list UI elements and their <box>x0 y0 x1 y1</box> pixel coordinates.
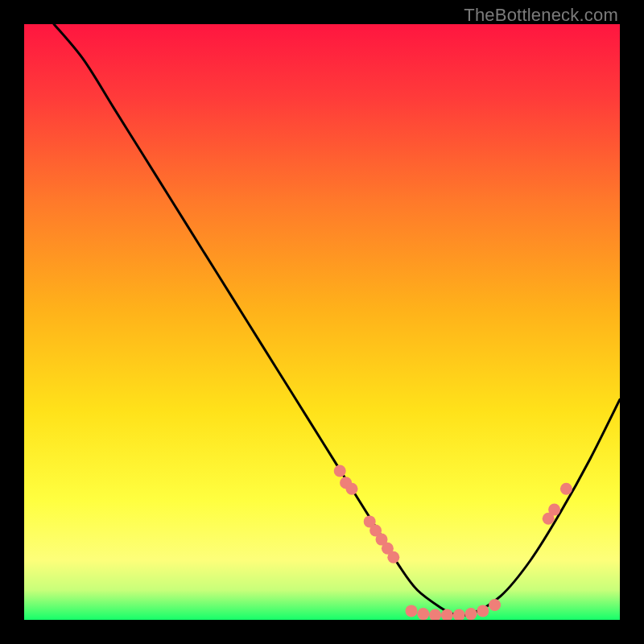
data-marker <box>346 483 358 495</box>
data-marker <box>548 504 560 516</box>
data-marker <box>465 608 477 620</box>
data-marker <box>477 605 489 617</box>
data-marker <box>417 608 429 620</box>
plot-frame <box>24 24 620 620</box>
data-marker <box>560 483 572 495</box>
data-marker <box>489 599 501 611</box>
data-marker <box>387 551 399 564</box>
gradient-background <box>24 24 620 620</box>
watermark-text: TheBottleneck.com <box>464 5 618 26</box>
data-marker <box>334 465 346 477</box>
chart-svg <box>24 24 620 620</box>
data-marker <box>406 605 418 617</box>
